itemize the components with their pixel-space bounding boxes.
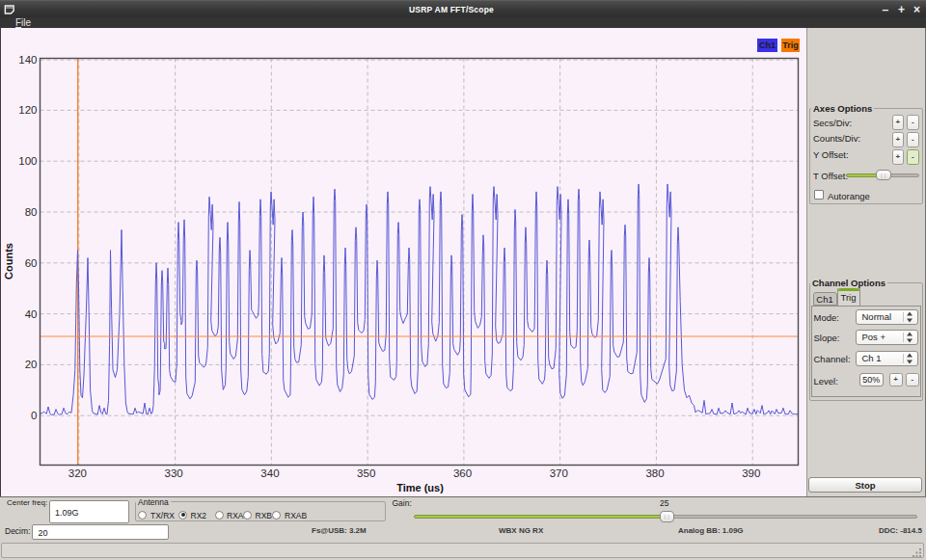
- svg-text:320: 320: [68, 467, 87, 479]
- svg-text:60: 60: [25, 257, 38, 269]
- svg-text:0: 0: [31, 410, 37, 421]
- svg-text:80: 80: [25, 206, 38, 218]
- svg-text:120: 120: [18, 104, 37, 116]
- svg-text:40: 40: [25, 308, 38, 320]
- svg-text:350: 350: [357, 467, 375, 479]
- svg-text:330: 330: [165, 467, 183, 479]
- svg-text:360: 360: [453, 467, 472, 479]
- svg-text:370: 370: [550, 467, 568, 479]
- svg-text:Time (us): Time (us): [396, 482, 444, 493]
- svg-text:140: 140: [18, 54, 37, 66]
- svg-text:380: 380: [645, 467, 664, 479]
- svg-text:100: 100: [18, 155, 37, 167]
- svg-text:390: 390: [742, 467, 760, 479]
- svg-text:20: 20: [25, 359, 38, 370]
- svg-text:340: 340: [260, 467, 279, 479]
- svg-text:Counts: Counts: [3, 243, 14, 280]
